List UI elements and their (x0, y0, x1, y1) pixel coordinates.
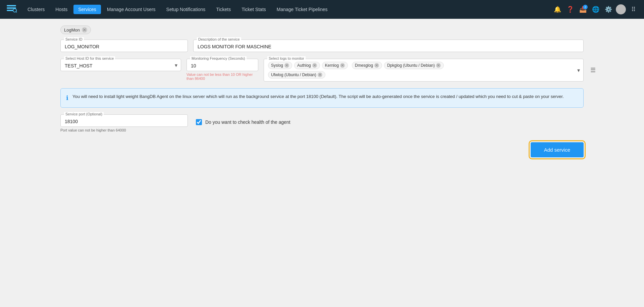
notification-icon[interactable]: 🔔 (552, 4, 563, 15)
help-icon[interactable]: ❓ (565, 4, 576, 15)
logmon-tag: LogMon ✕ (60, 25, 91, 34)
tag-close-button[interactable]: ✕ (82, 27, 87, 33)
nav-hosts[interactable]: Hosts (51, 5, 72, 14)
add-service-button[interactable]: Add service (531, 142, 584, 157)
health-check-checkbox[interactable] (196, 119, 202, 125)
service-port-field: Service port (Optional) (60, 114, 188, 127)
service-port-input[interactable] (65, 117, 183, 124)
avatar[interactable] (616, 4, 626, 14)
logs-chips-row2: Ufwlog (Ubuntu / Debian) ✕ (268, 71, 579, 79)
description-label: Description of the service (197, 37, 241, 41)
description-input[interactable] (198, 43, 579, 49)
format-list-icon[interactable]: ☰ (590, 66, 596, 74)
service-port-container: Service port (Optional) Port value can n… (60, 114, 188, 132)
service-port-hint: Port value can not be higher than 64000 (60, 128, 188, 132)
globe-icon[interactable]: 🌐 (590, 4, 601, 15)
chip-label-dpkglog: Dpkglog (Ubuntu / Debian) (387, 63, 435, 68)
grid-icon[interactable]: ⠿ (628, 4, 639, 15)
chip-label-syslog: Syslog (271, 63, 283, 68)
service-id-label: Service ID (64, 37, 84, 41)
monitoring-freq-field: Monitoring Frequency (Seconds) (186, 59, 258, 71)
log-chip-ufwlog: Ufwlog (Ubuntu / Debian) ✕ (268, 71, 325, 79)
chip-close-dmesglog[interactable]: ✕ (374, 63, 379, 68)
nav-services[interactable]: Services (73, 5, 101, 14)
nav-clusters[interactable]: Clusters (23, 5, 49, 14)
form-row-3: Service port (Optional) Port value can n… (60, 114, 584, 132)
chip-label-dmesglog: Dmesglog (355, 63, 373, 68)
logs-to-monitor-field: Select logs to monitor Syslog ✕ Authlog … (264, 59, 584, 82)
chip-label-authlog: Authlog (297, 63, 311, 68)
logs-label: Select logs to monitor (267, 56, 306, 60)
nav-setup-notifications[interactable]: Setup Notifications (162, 5, 210, 14)
nav-tickets[interactable]: Tickets (211, 5, 235, 14)
monitoring-freq-label: Monitoring Frequency (Seconds) (190, 56, 247, 60)
settings-icon[interactable]: ⚙️ (603, 4, 614, 15)
svg-rect-2 (7, 10, 13, 11)
service-id-field: Service ID (60, 40, 188, 52)
download-icon[interactable]: 📥 2 (578, 4, 588, 15)
nav-manage-account-users[interactable]: Manage Account Users (102, 5, 160, 14)
nav-ticket-stats[interactable]: Ticket Stats (237, 5, 271, 14)
logs-field-container: Select logs to monitor Syslog ✕ Authlog … (264, 59, 584, 82)
chip-close-ufwlog[interactable]: ✕ (318, 72, 322, 77)
log-chip-syslog: Syslog ✕ (268, 62, 292, 69)
chip-close-dpkglog[interactable]: ✕ (436, 63, 441, 68)
tag-label: LogMon (64, 28, 80, 33)
app-logo[interactable] (5, 2, 17, 16)
navbar-icons: 🔔 ❓ 📥 2 🌐 ⚙️ ⠿ (552, 4, 639, 15)
chip-label-kernlog: Kernlog (325, 63, 339, 68)
nav-manage-ticket-pipelines[interactable]: Manage Ticket Pipelines (272, 5, 332, 14)
chip-close-authlog[interactable]: ✕ (312, 63, 317, 68)
description-field: Description of the service (193, 40, 584, 52)
form-row-2: Select Host ID for this service TEST_HOS… (60, 59, 584, 82)
badge-count: 2 (583, 5, 588, 9)
chip-close-syslog[interactable]: ✕ (284, 63, 289, 68)
health-check-row: Do you want to check health of the agent (196, 119, 290, 125)
host-id-field: Select Host ID for this service TEST_HOS… (60, 59, 181, 71)
logs-chips: Syslog ✕ Authlog ✕ Kernlog ✕ Dmesglog ✕ (268, 62, 579, 69)
info-box: ℹ You will need to install light weight … (60, 88, 584, 108)
host-id-label: Select Host ID for this service (64, 56, 115, 60)
main-content: LogMon ✕ Service ID Description of the s… (0, 19, 644, 307)
form-row-1: Service ID Description of the service (60, 40, 584, 52)
chip-close-kernlog[interactable]: ✕ (340, 63, 345, 68)
info-icon: ℹ (66, 94, 68, 103)
service-id-input[interactable] (65, 43, 183, 49)
chip-label-ufwlog: Ufwlog (Ubuntu / Debian) (271, 72, 316, 77)
svg-rect-0 (7, 5, 16, 6)
log-chip-authlog: Authlog ✕ (294, 62, 320, 69)
logs-dropdown-arrow[interactable]: ▾ (577, 67, 580, 73)
host-id-select[interactable]: TEST_HOST (65, 62, 177, 68)
service-port-label: Service port (Optional) (64, 112, 104, 116)
monitoring-freq-hint: Value can not be less than 10 OR higher … (186, 72, 258, 81)
svg-line-4 (16, 12, 17, 13)
add-service-wrapper: Add service (60, 142, 584, 157)
info-message: You will need to install light weight Ba… (72, 93, 564, 103)
health-check-label: Do you want to check health of the agent (205, 119, 290, 125)
navbar: Clusters Hosts Services Manage Account U… (0, 0, 644, 19)
log-chip-dpkglog: Dpkglog (Ubuntu / Debian) ✕ (384, 62, 444, 69)
log-chip-kernlog: Kernlog ✕ (322, 62, 348, 69)
monitoring-freq-input[interactable] (191, 62, 254, 68)
log-chip-dmesglog: Dmesglog ✕ (352, 62, 382, 69)
